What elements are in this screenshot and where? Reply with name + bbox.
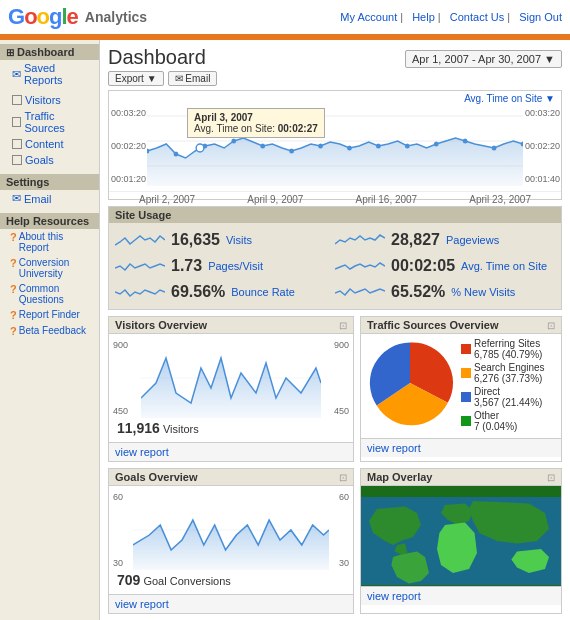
sidebar-section-dashboard: ⊞ Dashboard ✉ Saved Reports	[0, 44, 99, 88]
pie-chart-svg	[365, 338, 455, 428]
sparkline-time	[335, 256, 385, 276]
visitors-panel-header: Visitors Overview ⊡	[109, 317, 353, 334]
visitors-view-report-link[interactable]: view report	[115, 446, 169, 458]
checkbox-content	[12, 139, 22, 149]
sidebar-item-visitors[interactable]: Visitors	[0, 92, 99, 108]
dashboard-header: Dashboard Export ▼ ✉ Email Apr 1, 2007 -…	[108, 46, 562, 86]
search-value: 6,276 (37.73%)	[474, 373, 545, 384]
map-panel-header: Map Overlay ⊡	[361, 469, 561, 486]
avg-time-label[interactable]: Avg. Time on Site	[461, 260, 547, 272]
sidebar-help-finder[interactable]: ? Report Finder	[0, 307, 99, 323]
goals-y-axis-right: 60 30	[329, 490, 349, 570]
sign-out-link[interactable]: Sign Out	[519, 11, 562, 23]
contact-us-link[interactable]: Contact Us	[450, 11, 504, 23]
bounce-label[interactable]: Bounce Rate	[231, 286, 295, 298]
email-button[interactable]: ✉ Email	[168, 71, 218, 86]
svg-point-14	[463, 139, 468, 144]
toolbar: Export ▼ ✉ Email	[108, 71, 217, 86]
chart-x-labels: April 2, 2007 April 9, 2007 April 16, 20…	[109, 191, 561, 207]
logo: Google Analytics	[8, 4, 147, 30]
map-view-report-link[interactable]: view report	[367, 590, 421, 602]
sidebar-item-goals[interactable]: Goals	[0, 152, 99, 168]
svg-point-17	[196, 144, 204, 152]
map-panel-footer: view report	[361, 586, 561, 605]
goals-line-chart	[133, 490, 329, 570]
direct-label: Direct	[474, 386, 542, 397]
sidebar-item-traffic-sources[interactable]: Traffic Sources	[0, 108, 99, 136]
y-axis-left: 00:03:20 00:02:20 00:01:20	[109, 106, 147, 186]
sidebar-help-conversion[interactable]: ? Conversion University	[0, 255, 99, 281]
goals-panel-header: Goals Overview ⊡	[109, 469, 353, 486]
pageviews-label[interactable]: Pageviews	[446, 234, 499, 246]
search-color	[461, 368, 471, 378]
goals-view-report-link[interactable]: view report	[115, 598, 169, 610]
email-settings-icon: ✉	[12, 192, 21, 205]
tooltip-value: 00:02:27	[278, 123, 318, 134]
new-visits-label[interactable]: % New Visits	[451, 286, 515, 298]
help-icon-finder: ?	[10, 309, 17, 321]
ppv-label[interactable]: Pages/Visit	[208, 260, 263, 272]
visits-value: 16,635	[171, 231, 220, 249]
header-nav: My Account | Help | Contact Us | Sign Ou…	[334, 11, 562, 23]
visitors-count-label: 11,916 Visitors	[113, 418, 349, 438]
sidebar: ⊞ Dashboard ✉ Saved Reports Visitors Tra…	[0, 40, 100, 620]
visitors-overview-panel: Visitors Overview ⊡ 900 450	[108, 316, 354, 462]
sidebar-settings-title: Settings	[0, 174, 99, 190]
direct-value: 3,567 (21.44%)	[474, 397, 542, 408]
sparkline-visits	[115, 230, 165, 250]
traffic-panel-icon[interactable]: ⊡	[547, 320, 555, 331]
map-panel-icon[interactable]: ⊡	[547, 472, 555, 483]
sidebar-item-email[interactable]: ✉ Email	[0, 190, 99, 207]
dashboard-grid-icon: ⊞	[6, 47, 14, 58]
referring-color	[461, 344, 471, 354]
help-link[interactable]: Help	[412, 11, 435, 23]
goals-count-label: 709 Goal Conversions	[113, 570, 349, 590]
google-logo: Google	[8, 4, 78, 30]
map-panel-title: Map Overlay	[367, 471, 432, 483]
visitors-panel-title: Visitors Overview	[115, 319, 207, 331]
svg-point-8	[289, 149, 294, 154]
other-label: Other	[474, 410, 517, 421]
chart-metric-label[interactable]: Avg. Time on Site ▼	[464, 93, 555, 104]
svg-point-12	[405, 144, 410, 149]
help-icon-beta: ?	[10, 325, 17, 337]
usage-avg-time: 00:02:05 Avg. Time on Site	[335, 253, 555, 279]
svg-point-6	[231, 139, 236, 144]
checkbox-traffic	[12, 117, 21, 127]
site-usage-title: Site Usage	[109, 207, 561, 223]
direct-color	[461, 392, 471, 402]
map-overlay-panel: Map Overlay ⊡	[360, 468, 562, 614]
help-icon-questions: ?	[10, 283, 17, 295]
visitors-panel-footer: view report	[109, 442, 353, 461]
header: Google Analytics My Account | Help | Con…	[0, 0, 570, 37]
chart-svg: 00:03:20 00:02:20 00:01:20	[109, 106, 561, 191]
sidebar-dashboard-title[interactable]: ⊞ Dashboard	[0, 44, 99, 60]
my-account-link[interactable]: My Account	[340, 11, 397, 23]
traffic-view-report-link[interactable]: view report	[367, 442, 421, 454]
goals-y-axis: 60 30	[113, 490, 133, 570]
goals-panel-icon[interactable]: ⊡	[339, 472, 347, 483]
svg-point-4	[174, 152, 179, 157]
layout: ⊞ Dashboard ✉ Saved Reports Visitors Tra…	[0, 40, 570, 620]
sidebar-help-about[interactable]: ? About this Report	[0, 229, 99, 255]
sidebar-section-main: Visitors Traffic Sources Content Goals	[0, 92, 99, 168]
svg-point-7	[260, 144, 265, 149]
referring-value: 6,785 (40.79%)	[474, 349, 542, 360]
visitors-panel-icon[interactable]: ⊡	[339, 320, 347, 331]
chart-tooltip: April 3, 2007 Avg. Time on Site: 00:02:2…	[187, 108, 325, 138]
main-chart: Avg. Time on Site ▼ 00:03:20 00:02:20 00…	[108, 90, 562, 200]
sidebar-item-saved-reports[interactable]: ✉ Saved Reports	[0, 60, 99, 88]
pageviews-value: 28,827	[391, 231, 440, 249]
export-button[interactable]: Export ▼	[108, 71, 164, 86]
traffic-content-area: Referring Sites 6,785 (40.79%) Search En…	[365, 338, 557, 434]
goals-panel-title: Goals Overview	[115, 471, 198, 483]
sidebar-help-questions[interactable]: ? Common Questions	[0, 281, 99, 307]
date-range-selector[interactable]: Apr 1, 2007 - Apr 30, 2007 ▼	[405, 50, 562, 68]
traffic-legend: Referring Sites 6,785 (40.79%) Search En…	[461, 338, 545, 434]
traffic-panel-title: Traffic Sources Overview	[367, 319, 498, 331]
visits-label[interactable]: Visits	[226, 234, 252, 246]
ppv-value: 1.73	[171, 257, 202, 275]
sidebar-item-content[interactable]: Content	[0, 136, 99, 152]
sidebar-help-beta[interactable]: ? Beta Feedback	[0, 323, 99, 339]
svg-point-15	[492, 146, 497, 151]
